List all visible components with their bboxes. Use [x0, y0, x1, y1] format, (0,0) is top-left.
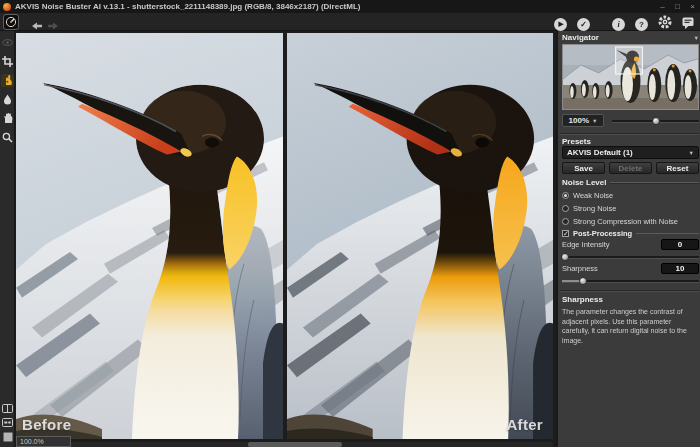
zoom-select-caret-icon: ▼ — [592, 118, 597, 124]
horizontal-scrollbar-thumb[interactable] — [248, 442, 342, 447]
edge-intensity-slider-handle[interactable] — [561, 253, 569, 261]
zoom-select-value: 100% — [569, 116, 589, 125]
post-processing-label: Post-Processing — [573, 229, 632, 238]
radio-icon[interactable] — [562, 205, 569, 212]
help-icon[interactable]: ? — [635, 18, 648, 31]
delete-preset-button[interactable]: Delete — [609, 162, 652, 174]
run-processing-icon[interactable]: ▶ — [554, 18, 567, 31]
presets-title: Presets — [562, 137, 591, 146]
checkbox-icon[interactable]: ✓ — [562, 230, 569, 237]
after-image-panel[interactable]: After — [287, 33, 553, 439]
radio-label: Strong Noise — [573, 204, 616, 213]
radio-icon[interactable] — [562, 218, 569, 225]
reset-preset-button[interactable]: Reset — [656, 162, 699, 174]
preset-buttons: Save Delete Reset — [562, 162, 699, 174]
navigator-collapse-icon[interactable]: ▼ — [694, 35, 699, 41]
navigator-thumbnail[interactable] — [562, 44, 699, 110]
titlebar: AKVIS Noise Buster AI v.13.1 - shutterst… — [0, 0, 700, 13]
separator — [560, 133, 699, 135]
edge-intensity-label: Edge Intensity — [562, 240, 610, 249]
minimize-button[interactable]: – — [655, 0, 670, 13]
radio-icon[interactable] — [562, 192, 569, 199]
crop-tool-icon[interactable] — [1, 55, 14, 68]
close-button[interactable]: × — [685, 0, 700, 13]
sharpness-slider-handle[interactable] — [579, 277, 587, 285]
sharpness-slider[interactable] — [562, 276, 699, 285]
window-controls: – □ × — [655, 0, 700, 13]
navigator-zoom-slider-handle[interactable] — [652, 117, 660, 125]
tool-sidebar — [0, 31, 15, 447]
zoom-select[interactable]: 100% ▼ — [562, 114, 604, 127]
horizontal-scrollbar[interactable] — [16, 442, 553, 447]
preset-dropdown-caret-icon: ▼ — [689, 150, 694, 156]
radio-weak-noise[interactable]: Weak Noise — [562, 190, 699, 200]
navigator-header: Navigator ▼ — [562, 33, 699, 42]
radio-label: Strong Compression with Noise — [573, 217, 678, 226]
noise-level-header: Noise Level — [562, 178, 699, 187]
zoom-tool-icon[interactable] — [1, 131, 14, 144]
blur-tool-icon[interactable] — [1, 93, 14, 106]
navigator-zoom-slider[interactable] — [612, 116, 699, 125]
hint-text: The parameter changes the contrast of ad… — [562, 307, 699, 346]
zoom-status: 100.0% — [16, 436, 71, 447]
navigator-title: Navigator — [562, 33, 599, 42]
program-gauge-icon — [3, 14, 19, 30]
before-label: Before — [22, 416, 71, 433]
maximize-button[interactable]: □ — [670, 0, 685, 13]
info-icon[interactable]: i — [612, 18, 625, 31]
background-color-swatch[interactable] — [1, 430, 14, 443]
after-label: After — [506, 416, 543, 433]
hand-tool-icon[interactable] — [1, 112, 14, 125]
hint-title: Sharpness — [562, 295, 699, 304]
preset-dropdown-value: AKVIS Default (1) — [567, 148, 633, 157]
before-image-panel[interactable]: Before — [16, 33, 283, 439]
sharpness-value[interactable]: 10 — [661, 263, 699, 274]
navigator-zoom-row: 100% ▼ — [562, 114, 699, 127]
preview-area-tool-icon[interactable] — [1, 74, 14, 87]
save-preset-button[interactable]: Save — [562, 162, 605, 174]
split-view-icon[interactable] — [1, 402, 14, 415]
radio-strong-noise[interactable]: Strong Noise — [562, 203, 699, 213]
noise-level-title: Noise Level — [562, 178, 606, 187]
view-arrangement-icon[interactable] — [1, 416, 14, 429]
post-processing-toggle[interactable]: ✓ Post-Processing — [562, 228, 699, 238]
edge-intensity-slider[interactable] — [562, 252, 699, 261]
preset-dropdown[interactable]: AKVIS Default (1) ▼ — [562, 146, 699, 159]
apply-result-icon[interactable]: ✓ — [577, 18, 590, 31]
app-window: AKVIS Noise Buster AI v.13.1 - shutterst… — [0, 0, 700, 447]
window-title: AKVIS Noise Buster AI v.13.1 - shutterst… — [15, 2, 360, 11]
presets-header: Presets — [562, 137, 699, 146]
edge-intensity-row: Edge Intensity 0 — [562, 239, 699, 250]
settings-panel: Navigator ▼ — [556, 31, 700, 447]
quick-preview-eye-icon[interactable] — [1, 36, 14, 49]
sharpness-row: Sharpness 10 — [562, 263, 699, 274]
image-viewer: Before After 100.0% — [15, 31, 556, 447]
separator — [560, 290, 699, 292]
toolbar: ▶ ✓ i ? — [0, 13, 700, 31]
edge-intensity-value[interactable]: 0 — [661, 239, 699, 250]
sharpness-label: Sharpness — [562, 264, 598, 273]
radio-label: Weak Noise — [573, 191, 613, 200]
radio-strong-compression[interactable]: Strong Compression with Noise — [562, 216, 699, 226]
app-logo-icon — [3, 3, 11, 11]
